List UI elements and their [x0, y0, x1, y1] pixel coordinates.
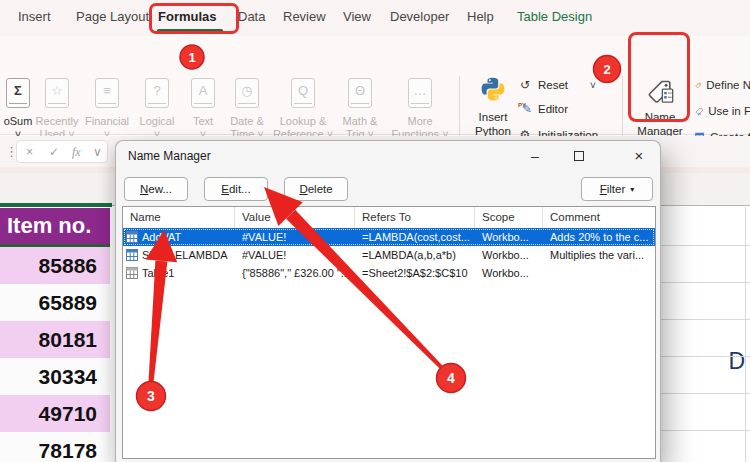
tab-developer[interactable]: Developer [390, 9, 449, 24]
minimize-button[interactable]: – [524, 145, 546, 167]
gridline [661, 282, 750, 283]
ribbon-tab-bar: Insert Page Layout Formulas Data Review … [0, 0, 750, 36]
chevron-down-icon[interactable]: ∨ [93, 145, 102, 159]
list-row-simplelambda[interactable]: SIMPLELAMBDA #VALUE! =LAMBDA(a,b,a*b) Wo… [123, 246, 655, 264]
cancel-icon[interactable]: × [26, 145, 33, 159]
cell-a3[interactable]: 65889 [0, 284, 110, 321]
gridline [661, 356, 750, 357]
dialog-title: Name Manager [128, 149, 211, 163]
gridline [745, 207, 746, 462]
svg-text:fx: fx [698, 110, 701, 115]
tab-insert[interactable]: Insert [18, 9, 51, 24]
magnifier-icon: Q [291, 78, 315, 108]
table-icon [126, 249, 138, 261]
tab-data[interactable]: Data [238, 9, 265, 24]
list-header-row: Name Value Refers To Scope Comment [123, 207, 655, 228]
undo-icon: ↺ [518, 78, 532, 92]
ellipsis-icon: … [408, 78, 432, 108]
cell-a6[interactable]: 49710 [0, 395, 110, 432]
table-icon [126, 267, 138, 279]
tag-icon [695, 79, 701, 92]
clock-icon: ◷ [235, 78, 259, 108]
table-icon [126, 231, 138, 243]
value-cell: {"85886"," £326.00 "... [235, 267, 355, 279]
insert-python-button[interactable]: Insert Python [470, 76, 516, 138]
delete-button[interactable]: Delete [284, 177, 348, 201]
name-cell: SIMPLELAMBDA [142, 249, 228, 261]
python-editor-button[interactable]: PY✎ Editor [518, 100, 568, 118]
formula-bar-controls: × ✓ fx ∨ [16, 140, 108, 163]
cell-a2[interactable]: 85886 [0, 247, 110, 284]
tab-help[interactable]: Help [467, 9, 494, 24]
column-header-refers-to[interactable]: Refers To [355, 207, 475, 228]
list-row-table1[interactable]: Table1 {"85886"," £326.00 "... =Sheet2!$… [123, 264, 655, 282]
tab-formulas[interactable]: Formulas [158, 9, 217, 24]
ribbon: Σ oSum ˅ ☆ Recently Used ˅ ≡ Financial ˅… [0, 36, 750, 135]
py-pencil-icon: PY✎ [518, 102, 532, 116]
theta-icon: Θ [348, 78, 372, 108]
insert-python-label: Insert [470, 110, 516, 124]
filter-button[interactable]: Filter▾ [581, 177, 653, 201]
maximize-icon [574, 151, 584, 161]
close-button[interactable]: × [628, 145, 650, 167]
tab-table-design[interactable]: Table Design [517, 9, 592, 24]
list-row-addvat[interactable]: AddVAT #VALUE! =LAMBDA(cost,cost... Work… [123, 228, 655, 246]
value-cell: #VALUE! [235, 231, 355, 243]
edit-button[interactable]: Edit... [204, 177, 268, 201]
cell-a4[interactable]: 80181 [0, 321, 110, 358]
chevron-down-icon[interactable]: ˅ [590, 80, 596, 91]
button-label: More [382, 115, 458, 128]
gridline [661, 319, 750, 320]
python-icon [480, 76, 506, 102]
use-in-formula-label: Use in F [708, 105, 750, 117]
insert-function-icon[interactable]: fx [72, 145, 81, 160]
active-tab-underline [157, 29, 223, 32]
maximize-button[interactable] [568, 145, 590, 167]
gridline [661, 430, 750, 431]
tab-page-layout[interactable]: Page Layout [76, 9, 149, 24]
column-header-name[interactable]: Name [123, 207, 235, 228]
name-cell: Table1 [142, 267, 174, 279]
name-manager-button[interactable]: Name Manager [632, 74, 688, 138]
cell-a5[interactable]: 30334 [0, 358, 110, 395]
tab-review[interactable]: Review [283, 9, 326, 24]
tab-view[interactable]: View [343, 9, 371, 24]
value-cell: #VALUE! [235, 249, 355, 261]
dropdown-caret-icon: ▾ [630, 185, 634, 194]
excel-window: Insert Page Layout Formulas Data Review … [0, 0, 750, 462]
refers-to-cell: =LAMBDA(a,b,a*b) [355, 249, 475, 261]
refers-to-cell: =Sheet2!$A$2:$C$10 [355, 267, 475, 279]
gridline [661, 245, 750, 246]
names-list: Name Value Refers To Scope Comment AddVA… [122, 206, 656, 459]
refers-to-cell: =LAMBDA(cost,cost... [355, 231, 475, 243]
column-header-value[interactable]: Value [235, 207, 355, 228]
define-name-label: Define N [706, 79, 750, 91]
use-in-formula-button[interactable]: fx Use in F [695, 103, 750, 119]
comment-cell: Adds 20% to the c... [543, 231, 655, 243]
name-manager-dialog: Name Manager – × New... Edit... Delete F… [115, 140, 661, 462]
scope-cell: Workbo... [475, 249, 543, 261]
star-icon: ☆ [45, 78, 69, 108]
comment-cell: Multiplies the vari... [543, 249, 655, 261]
scope-cell: Workbo... [475, 231, 543, 243]
table-header-cell[interactable]: Item no. [0, 208, 110, 244]
selected-column-underline [0, 203, 112, 207]
define-name-button[interactable]: Define N [695, 77, 750, 93]
name-tag-icon [645, 74, 675, 106]
name-cell: AddVAT [142, 231, 181, 243]
column-header-comment[interactable]: Comment [543, 207, 655, 228]
name-manager-label: Name [632, 110, 688, 124]
new-button[interactable]: New... [124, 177, 188, 201]
column-header-scope[interactable]: Scope [475, 207, 543, 228]
coins-icon: ≡ [95, 78, 119, 108]
cell-a7[interactable]: 78178 [0, 432, 110, 462]
scope-cell: Workbo... [475, 267, 543, 279]
editor-label: Editor [538, 103, 568, 115]
column-header-d[interactable]: D [728, 348, 745, 375]
tag-fx-icon: fx [695, 105, 703, 118]
gridline [661, 393, 750, 394]
enter-icon[interactable]: ✓ [49, 145, 59, 159]
more-functions-button[interactable]: … More Functions ˅ [382, 78, 458, 141]
python-reset-button[interactable]: ↺ Reset ˅ [518, 76, 596, 94]
reset-label: Reset [538, 79, 568, 91]
